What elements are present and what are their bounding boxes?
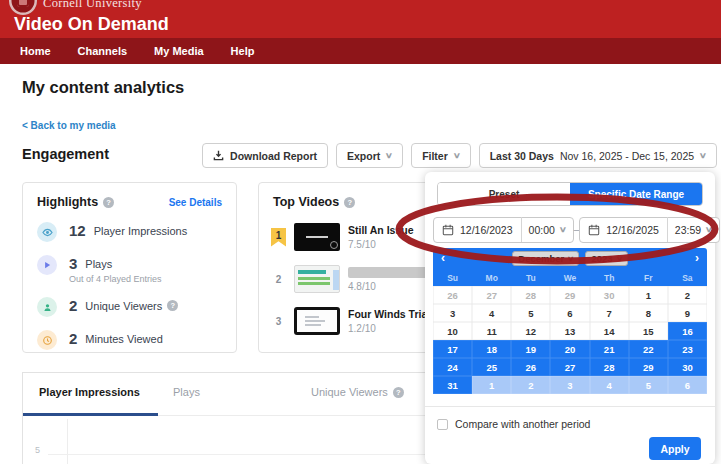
calendar-day[interactable]: 10 (433, 322, 472, 340)
nav-item-help[interactable]: Help (231, 45, 255, 57)
compare-label: Compare with another period (455, 418, 590, 430)
calendar-day[interactable]: 25 (472, 358, 511, 376)
calendar-day[interactable]: 14 (590, 322, 629, 340)
tab-player-impressions[interactable]: Player Impressions (39, 386, 140, 398)
calendar-day[interactable]: 27 (472, 286, 511, 304)
nav-item-my-media[interactable]: My Media (154, 45, 204, 57)
from-date-input[interactable]: 12/16/2023 (434, 224, 521, 236)
calendar-day[interactable]: 22 (629, 340, 668, 358)
calendar-day[interactable]: 2 (668, 286, 707, 304)
video-title[interactable]: Four Winds Trial (348, 308, 430, 320)
calendar-icon (588, 224, 600, 236)
calendar-day[interactable]: 3 (433, 304, 472, 322)
calendar-icon (442, 224, 454, 236)
calendar-day[interactable]: 2 (511, 376, 550, 394)
tab-specific-date-range[interactable]: Specific Date Range (570, 183, 702, 205)
cornell-seal-icon (9, 0, 37, 15)
date-range-inputs: 12/16/2023 00:00 ∨ – 12/16/2025 23:59 ∨ (433, 216, 707, 243)
export-button[interactable]: Export ∨ (336, 143, 403, 168)
calendar-day[interactable]: 4 (590, 376, 629, 394)
calendar-day[interactable]: 30 (668, 358, 707, 376)
y-axis-tick: 5 (35, 445, 40, 455)
calendar-day[interactable]: 26 (433, 286, 472, 304)
download-report-label: Download Report (230, 150, 317, 162)
clock-icon (37, 330, 57, 350)
weekday-label: Mo (472, 269, 511, 286)
highlights-title: Highlights ? (37, 195, 114, 209)
play-icon (37, 255, 57, 275)
tab-plays[interactable]: Plays (173, 386, 200, 398)
help-icon[interactable]: ? (103, 197, 114, 208)
see-details-link[interactable]: See Details (169, 197, 222, 208)
download-report-button[interactable]: Download Report (202, 143, 328, 168)
calendar-day[interactable]: 18 (472, 340, 511, 358)
calendar-day[interactable]: 26 (511, 358, 550, 376)
metric-label: Minutes Viewed (85, 333, 162, 345)
video-thumbnail[interactable] (294, 265, 340, 293)
video-title[interactable]: Still An Issue (348, 224, 414, 236)
calendar-day[interactable]: 19 (511, 340, 550, 358)
main-nav: Home Channels My Media Help (0, 38, 721, 64)
calendar-day[interactable]: 24 (433, 358, 472, 376)
compare-period-option[interactable]: Compare with another period (437, 418, 590, 430)
filter-button[interactable]: Filter ∨ (411, 143, 471, 168)
to-datetime-group: 12/16/2025 23:59 ∨ (579, 217, 720, 243)
tab-unique-viewers[interactable]: Unique Viewers ? (311, 386, 404, 398)
calendar-day[interactable]: 30 (590, 286, 629, 304)
chevron-down-icon: ∨ (453, 151, 461, 160)
calendar-day[interactable]: 3 (550, 376, 589, 394)
year-select[interactable]: 2023 ∨ (585, 251, 627, 266)
date-range-value: Nov 16, 2025 - Dec 15, 2025 (560, 150, 694, 162)
calendar-day[interactable]: 29 (550, 286, 589, 304)
calendar-day[interactable]: 8 (629, 304, 668, 322)
nav-item-home[interactable]: Home (20, 45, 51, 57)
header-band: Cornell University Video On Demand (0, 0, 721, 38)
calendar-day[interactable]: 7 (590, 304, 629, 322)
top-videos-title: Top Videos ? (273, 195, 355, 209)
calendar-day[interactable]: 13 (550, 322, 589, 340)
calendar-day[interactable]: 11 (472, 322, 511, 340)
tab-preset[interactable]: Preset (438, 183, 570, 205)
video-thumbnail[interactable] (294, 223, 340, 251)
to-time-select[interactable]: 23:59 ∨ (668, 224, 719, 236)
weekday-label: Fr (629, 269, 668, 286)
divider (425, 406, 715, 407)
from-time-select[interactable]: 00:00 ∨ (522, 224, 573, 236)
calendar-day[interactable]: 29 (629, 358, 668, 376)
calendar-day[interactable]: 16 (668, 322, 707, 340)
weekday-row: SuMoTuWeThFrSa (433, 269, 707, 286)
video-thumbnail[interactable] (294, 307, 340, 335)
calendar-day[interactable]: 5 (511, 304, 550, 322)
calendar-day[interactable]: 17 (433, 340, 472, 358)
prev-month-icon[interactable]: ‹ (441, 251, 445, 265)
calendar-day[interactable]: 5 (629, 376, 668, 394)
apply-button[interactable]: Apply (649, 437, 701, 460)
nav-item-channels[interactable]: Channels (78, 45, 128, 57)
compare-checkbox[interactable] (437, 419, 448, 430)
weekday-label: Sa (668, 269, 707, 286)
calendar-day[interactable]: 1 (629, 286, 668, 304)
help-icon[interactable]: ? (344, 197, 355, 208)
next-month-icon[interactable]: › (695, 251, 699, 265)
back-to-my-media-link[interactable]: < Back to my media (22, 120, 116, 131)
date-range-button[interactable]: Last 30 Days Nov 16, 2025 - Dec 15, 2025… (479, 143, 717, 168)
metric-value: 2 (69, 297, 77, 314)
calendar-day[interactable]: 6 (668, 376, 707, 394)
calendar-day[interactable]: 27 (550, 358, 589, 376)
help-icon[interactable]: ? (167, 300, 178, 311)
calendar-day[interactable]: 6 (550, 304, 589, 322)
calendar-day[interactable]: 15 (629, 322, 668, 340)
to-date-input[interactable]: 12/16/2025 (580, 224, 667, 236)
calendar-day[interactable]: 9 (668, 304, 707, 322)
calendar-day[interactable]: 23 (668, 340, 707, 358)
calendar-day[interactable]: 31 (433, 376, 472, 394)
calendar-day[interactable]: 4 (472, 304, 511, 322)
calendar-day[interactable]: 1 (472, 376, 511, 394)
month-select[interactable]: December ∨ (512, 251, 579, 266)
calendar-day[interactable]: 12 (511, 322, 550, 340)
calendar-day[interactable]: 28 (511, 286, 550, 304)
calendar-day[interactable]: 28 (590, 358, 629, 376)
help-icon[interactable]: ? (393, 387, 404, 398)
calendar-day[interactable]: 20 (550, 340, 589, 358)
calendar-day[interactable]: 21 (590, 340, 629, 358)
